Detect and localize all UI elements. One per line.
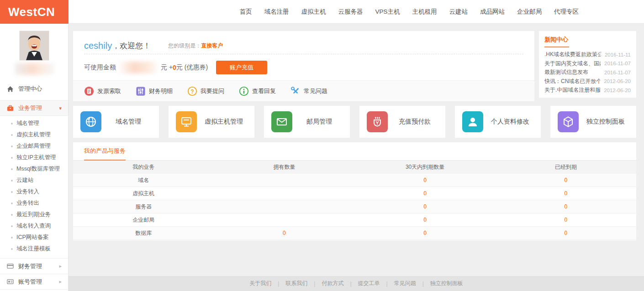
footer-link-payment[interactable]: 付款方式	[322, 280, 343, 287]
sidebar-item-finance[interactable]: 财务管理 ▸	[0, 258, 68, 274]
row-name: 虚拟主机	[73, 190, 214, 197]
footer-link-contact[interactable]: 联系我们	[285, 280, 307, 287]
expiring-count[interactable]: 0	[355, 190, 496, 197]
footer-link-panel[interactable]: 独立控制面板	[430, 280, 463, 287]
expiring-count[interactable]: 0	[355, 217, 496, 223]
footer-link-about[interactable]: 关于我们	[249, 280, 271, 287]
sidebar-item-account[interactable]: 账号管理 ▸	[0, 274, 68, 289]
card-label: 虚拟主机管理	[197, 118, 254, 126]
home-icon	[6, 86, 14, 93]
sidebar-item-cloud-site[interactable]: 云建站	[0, 175, 68, 186]
footer-separator: |	[386, 281, 388, 287]
expired-count[interactable]: 0	[496, 217, 636, 223]
row-name: 服务器	[73, 203, 214, 211]
sidebar-item-vhost-manage[interactable]: 虚拟主机管理	[0, 129, 68, 140]
expiring-count[interactable]: 0	[355, 177, 496, 183]
quick-link-label: 财务明细	[149, 87, 173, 95]
card-domain-manage[interactable]: 域名管理	[73, 106, 159, 138]
sidebar-item-manage-center[interactable]: 管理中心	[0, 81, 68, 97]
card-vhost-manage[interactable]: 虚拟主机管理	[169, 106, 254, 138]
sidebar-item-business[interactable]: 业务管理 ▾	[0, 100, 68, 116]
expired-count[interactable]: 0	[496, 190, 636, 197]
news-item-title: .HK域名续费返款政策公告！	[544, 51, 601, 58]
sidebar-item-expiring-business[interactable]: 最近到期业务	[0, 209, 68, 220]
sidebar-item-mail-manage[interactable]: 企业邮局管理	[0, 140, 68, 152]
brand-logo[interactable]: WestCN	[0, 0, 69, 24]
nav-agent-zone[interactable]: 代理专区	[554, 8, 579, 16]
quick-link-invoice[interactable]: 发票索取	[84, 86, 121, 96]
briefcase-icon	[6, 105, 14, 112]
balance-unit: 元 +	[161, 63, 173, 72]
page: WestCN 首页 域名注册 虚拟主机 云服务器 VPS主机 主机租用 云建站 …	[0, 0, 644, 291]
row-name: 域名	[73, 177, 214, 184]
coupon-value: 0	[173, 64, 176, 71]
quick-link-ask-question[interactable]: ? 我要提问	[187, 86, 224, 96]
news-panel: 新闻中心 .HK域名续费返款政策公告！ 2016-11-11 关于国内英文域名、…	[539, 31, 636, 98]
quick-links-bar: 发票索取 财务明细	[73, 80, 534, 101]
credit-card-icon	[6, 263, 14, 270]
greeting-text: ，欢迎您！	[112, 41, 151, 51]
news-item-date: 2016-11-11	[605, 52, 631, 57]
chevron-down-icon: ▾	[59, 105, 62, 111]
nav-ready-site[interactable]: 成品网站	[480, 8, 505, 16]
avatar	[20, 31, 49, 60]
sidebar-item-transfer-in[interactable]: 业务转入	[0, 186, 68, 197]
quick-link-finance-detail[interactable]: 财务明细	[136, 86, 173, 96]
expiring-count[interactable]: 0	[355, 230, 496, 236]
expiring-count[interactable]: 0	[355, 203, 496, 210]
expired-count[interactable]: 0	[496, 230, 636, 236]
wallet-icon	[371, 116, 383, 128]
sidebar-item-label: 业务管理	[18, 104, 42, 112]
invoice-icon	[84, 86, 94, 96]
user-level: 您的级别是：直接客户	[168, 42, 223, 50]
sidebar-item-mssql-manage[interactable]: Mssql数据库管理	[0, 163, 68, 175]
nav-cloud-server[interactable]: 云服务器	[338, 8, 363, 16]
redacted-username	[15, 63, 53, 75]
sidebar-item-domain-manage[interactable]: 域名管理	[0, 118, 68, 129]
avatar-illustration	[20, 31, 49, 60]
quick-link-view-replies[interactable]: 查看回复	[239, 86, 276, 96]
tab-my-products[interactable]: 我的产品与服务	[84, 147, 126, 161]
sidebar-item-transfer-out[interactable]: 业务转出	[0, 197, 68, 209]
cube-icon	[562, 116, 574, 128]
nav-domain-register[interactable]: 域名注册	[264, 8, 289, 16]
sidebar-item-icp-filing[interactable]: ICP网站备案	[0, 232, 68, 243]
sidebar-item-domain-template[interactable]: 域名注册模板	[0, 243, 68, 255]
nav-home[interactable]: 首页	[239, 8, 252, 16]
finance-detail-icon	[136, 86, 146, 96]
news-item[interactable]: .HK域名续费返款政策公告！ 2016-11-11	[544, 50, 631, 59]
expired-count[interactable]: 0	[496, 203, 636, 210]
news-item-date: 2016-11-07	[604, 70, 631, 75]
nav-virtual-host[interactable]: 虚拟主机	[301, 8, 326, 16]
recharge-button[interactable]: 账户充值	[216, 61, 267, 74]
owned-count[interactable]: 0	[214, 230, 354, 236]
table-row: 虚拟主机 0 0	[73, 187, 636, 200]
sidebar-item-ip-host-manage[interactable]: 独立IP主机管理	[0, 152, 68, 163]
news-item[interactable]: 关于国内英文域名、国内中文域... 2016-11-07	[544, 59, 631, 68]
card-profile-edit[interactable]: 个人资料修改	[455, 106, 541, 138]
nav-vps[interactable]: VPS主机	[375, 8, 400, 16]
level-value: 直接客户	[201, 42, 223, 49]
news-item[interactable]: 最新测试信息发布 2016-11-07	[544, 68, 631, 77]
sidebar-item-agent[interactable]: 代理商管理 ▸	[0, 289, 68, 291]
news-item[interactable]: 快讯：CN域名已开放个人注册 2012-06-20	[544, 77, 631, 86]
footer-separator: |	[278, 281, 279, 287]
quick-link-label: 查看回复	[252, 87, 276, 95]
sidebar: 管理中心 业务管理 ▾ 域名管理 虚拟主机管理 企业邮局管理 独立IP主机管理 …	[0, 24, 69, 291]
card-mail-manage[interactable]: 邮局管理	[264, 106, 350, 138]
news-item-title: 关于.中国域名注册和服务调整的...	[544, 86, 600, 94]
card-prepay[interactable]: 充值预付款	[359, 106, 445, 138]
quick-link-label: 常见问题	[304, 87, 327, 95]
card-control-panel[interactable]: 独立控制面板	[550, 106, 636, 138]
nav-host-rental[interactable]: 主机租用	[412, 8, 437, 16]
nav-cloud-site[interactable]: 云建站	[449, 8, 468, 16]
news-item[interactable]: 关于.中国域名注册和服务调整的... 2012-06-20	[544, 86, 631, 95]
footer-link-faq[interactable]: 常见问题	[394, 280, 416, 287]
footer-link-ticket[interactable]: 提交工单	[358, 280, 380, 287]
sidebar-item-domain-transfer-query[interactable]: 域名转入查询	[0, 220, 68, 232]
nav-enterprise-mail[interactable]: 企业邮局	[517, 8, 542, 16]
quick-link-faq[interactable]: 常见问题	[290, 86, 327, 96]
expired-count[interactable]: 0	[496, 177, 636, 183]
row-name: 企业邮局	[73, 216, 214, 224]
col-owned-count: 拥有数量	[214, 163, 354, 171]
